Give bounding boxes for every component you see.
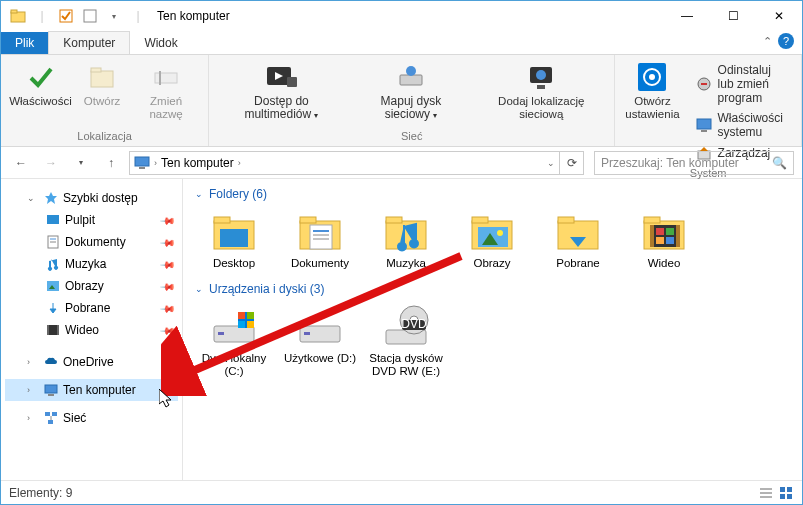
up-button[interactable]: ↑ <box>99 151 123 175</box>
svg-rect-10 <box>287 77 297 87</box>
breadcrumb[interactable]: › Ten komputer › ⌄ <box>129 151 560 175</box>
downloads-folder-icon <box>554 207 602 255</box>
uninstall-icon <box>696 76 712 92</box>
system-properties-button[interactable]: Właściwości systemu <box>692 109 791 141</box>
add-location-button[interactable]: Dodaj lokalizację sieciową <box>474 59 608 124</box>
refresh-button[interactable]: ⟳ <box>560 151 584 175</box>
svg-rect-73 <box>238 312 245 319</box>
recent-button[interactable]: ▾ <box>69 151 93 175</box>
search-icon: 🔍 <box>772 156 787 170</box>
drive-c[interactable]: Dysk lokalny (C:) <box>195 302 273 378</box>
svg-rect-4 <box>91 71 113 87</box>
nav-item-video[interactable]: Wideo 📌 <box>5 319 178 341</box>
chevron-right-icon[interactable]: › <box>27 385 39 395</box>
nav-item-desktop[interactable]: Pulpit 📌 <box>5 209 178 231</box>
forward-button[interactable]: → <box>39 151 63 175</box>
window-controls: — ☐ ✕ <box>664 1 802 31</box>
tab-view[interactable]: Widok <box>130 32 191 54</box>
drive-icon <box>296 302 344 350</box>
devices-header[interactable]: ⌄ Urządzenia i dyski (3) <box>195 282 790 296</box>
nav-item-pictures[interactable]: Obrazy 📌 <box>5 275 178 297</box>
network-icon <box>43 410 59 426</box>
nav-item-downloads[interactable]: Pobrane 📌 <box>5 297 178 319</box>
qat-properties-icon[interactable] <box>55 5 77 27</box>
nav-quick-access[interactable]: ⌄ Szybki dostęp <box>5 187 178 209</box>
documents-icon <box>45 234 61 250</box>
media-access-button[interactable]: Dostęp do multimediów ▾ <box>215 59 348 124</box>
details-view-button[interactable] <box>758 485 774 501</box>
search-input[interactable]: Przeszukaj: Ten komputer 🔍 <box>594 151 794 175</box>
folder-pictures[interactable]: Obrazy <box>453 207 531 270</box>
main-pane: ⌄ Foldery (6) Desktop Dokumenty Muzyka <box>183 179 802 480</box>
properties-button[interactable]: Właściwości <box>7 59 74 123</box>
qat-caret-icon[interactable]: ▾ <box>103 5 125 27</box>
ribbon-group-network: Dostęp do multimediów ▾ Mapuj dysk sieci… <box>209 55 615 146</box>
svg-rect-1 <box>11 10 17 13</box>
nav-this-pc[interactable]: › Ten komputer <box>5 379 178 401</box>
svg-rect-26 <box>139 167 145 169</box>
chevron-right-icon[interactable]: › <box>27 357 39 367</box>
svg-rect-65 <box>676 225 680 247</box>
svg-rect-71 <box>218 332 224 335</box>
rename-button[interactable]: Zmień nazwę <box>130 59 202 123</box>
open-settings-button[interactable]: Otwórz ustawienia <box>621 59 683 165</box>
folder-video[interactable]: Wideo <box>625 207 703 270</box>
qat-dropdown-icon[interactable] <box>79 5 101 27</box>
svg-rect-78 <box>304 332 310 335</box>
ribbon-collapse-icon[interactable]: ⌃ <box>763 35 772 48</box>
drive-d[interactable]: Użytkowe (D:) <box>281 302 359 378</box>
pictures-icon <box>45 278 61 294</box>
breadcrumb-sep[interactable]: › <box>238 158 241 168</box>
folder-desktop[interactable]: Desktop <box>195 207 273 270</box>
video-folder-icon <box>640 207 688 255</box>
nav-onedrive[interactable]: › OneDrive <box>5 351 178 373</box>
minimize-button[interactable]: — <box>664 1 710 31</box>
folder-documents[interactable]: Dokumenty <box>281 207 359 270</box>
tab-file[interactable]: Plik <box>1 32 48 54</box>
chevron-down-icon[interactable]: ⌄ <box>27 193 39 203</box>
qat-separator: | <box>31 5 53 27</box>
svg-marker-93 <box>159 389 171 407</box>
svg-rect-48 <box>310 225 332 249</box>
nav-item-documents[interactable]: Dokumenty 📌 <box>5 231 178 253</box>
svg-rect-60 <box>558 217 574 223</box>
drive-dvd[interactable]: DVD Stacja dysków DVD RW (E:) <box>367 302 445 378</box>
folders-section: ⌄ Foldery (6) Desktop Dokumenty Muzyka <box>195 187 790 270</box>
folders-header[interactable]: ⌄ Foldery (6) <box>195 187 790 201</box>
uninstall-button[interactable]: Odinstaluj lub zmień program <box>692 61 791 107</box>
svg-rect-64 <box>650 225 654 247</box>
maximize-button[interactable]: ☐ <box>710 1 756 31</box>
folder-downloads[interactable]: Pobrane <box>539 207 617 270</box>
svg-marker-27 <box>45 192 57 204</box>
svg-rect-68 <box>656 237 664 244</box>
checkmark-icon <box>25 61 57 93</box>
svg-rect-40 <box>52 412 57 416</box>
help-icon[interactable]: ? <box>778 33 794 49</box>
svg-rect-41 <box>48 420 53 424</box>
svg-rect-88 <box>787 487 792 492</box>
svg-rect-90 <box>787 494 792 499</box>
breadcrumb-sep[interactable]: › <box>154 158 157 168</box>
open-folder-icon <box>86 61 118 93</box>
icons-view-button[interactable] <box>778 485 794 501</box>
breadcrumb-dropdown-icon[interactable]: ⌄ <box>547 158 555 168</box>
map-drive-button[interactable]: Mapuj dysk sieciowy ▾ <box>352 59 471 124</box>
svg-rect-44 <box>214 217 230 223</box>
breadcrumb-root[interactable]: Ten komputer <box>161 156 234 170</box>
chevron-right-icon[interactable]: › <box>27 413 39 423</box>
desktop-icon <box>45 212 61 228</box>
quick-access-toolbar: | ▾ | <box>7 5 149 27</box>
nav-network[interactable]: › Sieć <box>5 407 178 429</box>
nav-item-music[interactable]: Muzyka 📌 <box>5 253 178 275</box>
close-button[interactable]: ✕ <box>756 1 802 31</box>
devices-section: ⌄ Urządzenia i dyski (3) Dysk lokalny (C… <box>195 282 790 378</box>
svg-rect-38 <box>48 394 54 396</box>
pictures-folder-icon <box>468 207 516 255</box>
back-button[interactable]: ← <box>9 151 33 175</box>
tab-computer[interactable]: Komputer <box>48 31 130 54</box>
open-button[interactable]: Otwórz <box>78 59 126 123</box>
chevron-down-icon: ⌄ <box>195 284 203 294</box>
svg-rect-35 <box>47 325 49 335</box>
folder-music[interactable]: Muzyka <box>367 207 445 270</box>
cursor-icon <box>159 389 175 409</box>
